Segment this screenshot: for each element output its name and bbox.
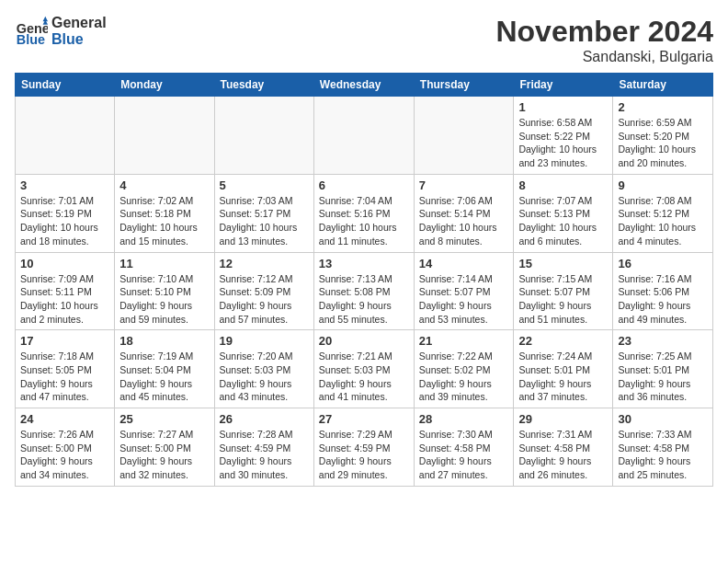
calendar-cell: 20Sunrise: 7:21 AMSunset: 5:03 PMDayligh… xyxy=(313,330,414,408)
day-info: Sunrise: 7:29 AMSunset: 4:59 PMDaylight:… xyxy=(319,428,409,482)
month-title: November 2024 xyxy=(495,15,713,49)
day-info: Sunrise: 7:27 AMSunset: 5:00 PMDaylight:… xyxy=(119,428,209,482)
day-number: 11 xyxy=(119,257,209,270)
calendar-cell: 27Sunrise: 7:29 AMSunset: 4:59 PMDayligh… xyxy=(313,408,414,487)
calendar-cell: 6Sunrise: 7:04 AMSunset: 5:16 PMDaylight… xyxy=(313,174,414,252)
calendar-header-row: Sunday Monday Tuesday Wednesday Thursday… xyxy=(16,74,713,97)
day-info: Sunrise: 7:21 AMSunset: 5:03 PMDaylight:… xyxy=(319,350,409,404)
day-info: Sunrise: 7:26 AMSunset: 5:00 PMDaylight:… xyxy=(20,428,109,482)
day-number: 29 xyxy=(518,412,608,426)
day-info: Sunrise: 7:24 AMSunset: 5:01 PMDaylight:… xyxy=(518,350,608,404)
day-info: Sunrise: 7:13 AMSunset: 5:08 PMDaylight:… xyxy=(319,272,409,327)
day-info: Sunrise: 7:30 AMSunset: 4:58 PMDaylight:… xyxy=(419,428,509,482)
calendar-cell xyxy=(115,97,214,175)
calendar-cell xyxy=(414,97,514,175)
day-info: Sunrise: 7:07 AMSunset: 5:13 PMDaylight:… xyxy=(518,194,608,248)
calendar-cell: 5Sunrise: 7:03 AMSunset: 5:17 PMDaylight… xyxy=(214,174,313,252)
calendar-cell xyxy=(214,97,313,175)
logo: General Blue GeneralBlue xyxy=(15,15,107,48)
calendar-cell: 3Sunrise: 7:01 AMSunset: 5:19 PMDaylight… xyxy=(16,174,115,252)
day-info: Sunrise: 7:10 AMSunset: 5:10 PMDaylight:… xyxy=(119,272,209,327)
calendar-week-4: 17Sunrise: 7:18 AMSunset: 5:05 PMDayligh… xyxy=(16,330,713,408)
calendar-cell: 22Sunrise: 7:24 AMSunset: 5:01 PMDayligh… xyxy=(514,330,613,408)
day-info: Sunrise: 7:25 AMSunset: 5:01 PMDaylight:… xyxy=(618,350,708,404)
day-info: Sunrise: 6:59 AMSunset: 5:20 PMDaylight:… xyxy=(618,116,708,170)
calendar-cell: 30Sunrise: 7:33 AMSunset: 4:58 PMDayligh… xyxy=(613,408,713,487)
col-friday: Friday xyxy=(514,74,613,97)
day-number: 20 xyxy=(319,334,409,348)
day-number: 15 xyxy=(518,257,608,270)
day-number: 13 xyxy=(319,257,409,270)
day-number: 27 xyxy=(319,412,409,426)
day-number: 16 xyxy=(618,257,708,270)
calendar-cell: 12Sunrise: 7:12 AMSunset: 5:09 PMDayligh… xyxy=(214,252,313,330)
calendar-cell: 24Sunrise: 7:26 AMSunset: 5:00 PMDayligh… xyxy=(16,408,115,487)
calendar-cell: 9Sunrise: 7:08 AMSunset: 5:12 PMDaylight… xyxy=(613,174,713,252)
col-monday: Monday xyxy=(115,74,214,97)
day-info: Sunrise: 6:58 AMSunset: 5:22 PMDaylight:… xyxy=(518,116,608,170)
day-number: 18 xyxy=(119,334,209,348)
calendar-cell: 13Sunrise: 7:13 AMSunset: 5:08 PMDayligh… xyxy=(313,252,414,330)
day-number: 8 xyxy=(518,178,608,192)
page-header: General Blue GeneralBlue November 2024 S… xyxy=(15,15,713,65)
title-block: November 2024 Sandanski, Bulgaria xyxy=(495,15,713,65)
day-number: 1 xyxy=(518,100,608,114)
day-info: Sunrise: 7:28 AMSunset: 4:59 PMDaylight:… xyxy=(220,428,309,482)
location-title: Sandanski, Bulgaria xyxy=(495,49,713,65)
calendar-cell: 26Sunrise: 7:28 AMSunset: 4:59 PMDayligh… xyxy=(214,408,313,487)
calendar-cell: 21Sunrise: 7:22 AMSunset: 5:02 PMDayligh… xyxy=(414,330,514,408)
calendar-week-1: 1Sunrise: 6:58 AMSunset: 5:22 PMDaylight… xyxy=(16,97,713,175)
col-sunday: Sunday xyxy=(16,74,115,97)
day-info: Sunrise: 7:18 AMSunset: 5:05 PMDaylight:… xyxy=(20,350,109,404)
calendar-cell xyxy=(313,97,414,175)
col-wednesday: Wednesday xyxy=(313,74,414,97)
logo-text: GeneralBlue xyxy=(51,15,107,47)
calendar-cell: 17Sunrise: 7:18 AMSunset: 5:05 PMDayligh… xyxy=(16,330,115,408)
calendar-cell: 10Sunrise: 7:09 AMSunset: 5:11 PMDayligh… xyxy=(16,252,115,330)
calendar-cell: 29Sunrise: 7:31 AMSunset: 4:58 PMDayligh… xyxy=(514,408,613,487)
day-info: Sunrise: 7:06 AMSunset: 5:14 PMDaylight:… xyxy=(419,194,509,248)
calendar-cell: 14Sunrise: 7:14 AMSunset: 5:07 PMDayligh… xyxy=(414,252,514,330)
calendar-week-3: 10Sunrise: 7:09 AMSunset: 5:11 PMDayligh… xyxy=(16,252,713,330)
day-number: 19 xyxy=(220,334,309,348)
day-number: 3 xyxy=(20,178,109,192)
day-info: Sunrise: 7:16 AMSunset: 5:06 PMDaylight:… xyxy=(618,272,708,327)
calendar-cell xyxy=(16,97,115,175)
day-info: Sunrise: 7:04 AMSunset: 5:16 PMDaylight:… xyxy=(319,194,409,248)
day-number: 7 xyxy=(419,178,509,192)
calendar-cell: 18Sunrise: 7:19 AMSunset: 5:04 PMDayligh… xyxy=(115,330,214,408)
calendar-cell: 11Sunrise: 7:10 AMSunset: 5:10 PMDayligh… xyxy=(115,252,214,330)
day-number: 2 xyxy=(618,100,708,114)
day-number: 28 xyxy=(419,412,509,426)
day-info: Sunrise: 7:09 AMSunset: 5:11 PMDaylight:… xyxy=(20,272,109,327)
calendar-week-2: 3Sunrise: 7:01 AMSunset: 5:19 PMDaylight… xyxy=(16,174,713,252)
calendar-cell: 15Sunrise: 7:15 AMSunset: 5:07 PMDayligh… xyxy=(514,252,613,330)
day-info: Sunrise: 7:19 AMSunset: 5:04 PMDaylight:… xyxy=(119,350,209,404)
day-number: 24 xyxy=(20,412,109,426)
day-info: Sunrise: 7:22 AMSunset: 5:02 PMDaylight:… xyxy=(419,350,509,404)
day-info: Sunrise: 7:02 AMSunset: 5:18 PMDaylight:… xyxy=(119,194,209,248)
col-saturday: Saturday xyxy=(613,74,713,97)
calendar-cell: 25Sunrise: 7:27 AMSunset: 5:00 PMDayligh… xyxy=(115,408,214,487)
day-info: Sunrise: 7:14 AMSunset: 5:07 PMDaylight:… xyxy=(419,272,509,327)
calendar-cell: 23Sunrise: 7:25 AMSunset: 5:01 PMDayligh… xyxy=(613,330,713,408)
day-number: 14 xyxy=(419,257,509,270)
logo-icon: General Blue xyxy=(15,15,48,48)
day-info: Sunrise: 7:15 AMSunset: 5:07 PMDaylight:… xyxy=(518,272,608,327)
calendar-cell: 28Sunrise: 7:30 AMSunset: 4:58 PMDayligh… xyxy=(414,408,514,487)
col-thursday: Thursday xyxy=(414,74,514,97)
day-number: 4 xyxy=(119,178,209,192)
day-info: Sunrise: 7:20 AMSunset: 5:03 PMDaylight:… xyxy=(220,350,309,404)
day-number: 12 xyxy=(220,257,309,270)
calendar-cell: 2Sunrise: 6:59 AMSunset: 5:20 PMDaylight… xyxy=(613,97,713,175)
day-number: 17 xyxy=(20,334,109,348)
svg-text:Blue: Blue xyxy=(17,32,45,47)
calendar-cell: 7Sunrise: 7:06 AMSunset: 5:14 PMDaylight… xyxy=(414,174,514,252)
calendar-cell: 8Sunrise: 7:07 AMSunset: 5:13 PMDaylight… xyxy=(514,174,613,252)
calendar-cell: 16Sunrise: 7:16 AMSunset: 5:06 PMDayligh… xyxy=(613,252,713,330)
day-number: 22 xyxy=(518,334,608,348)
calendar-cell: 19Sunrise: 7:20 AMSunset: 5:03 PMDayligh… xyxy=(214,330,313,408)
day-number: 26 xyxy=(220,412,309,426)
day-number: 23 xyxy=(618,334,708,348)
calendar-cell: 4Sunrise: 7:02 AMSunset: 5:18 PMDaylight… xyxy=(115,174,214,252)
